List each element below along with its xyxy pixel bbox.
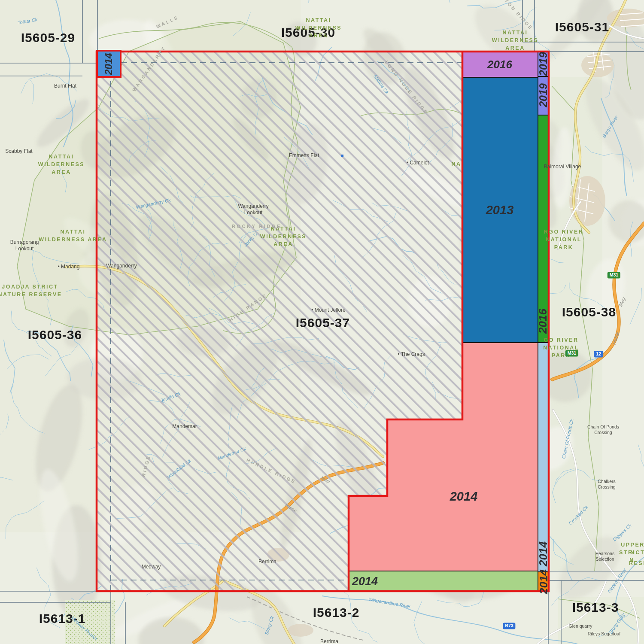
region-2014-small-blue-box[interactable] [97, 51, 121, 77]
region-2014-green-band[interactable] [349, 571, 538, 591]
region-2019-strip-a[interactable] [538, 52, 548, 76]
route-shield-m31-upper: M31 [608, 272, 620, 278]
region-2014-lightblue-strip[interactable] [538, 343, 548, 572]
region-2016-purple[interactable] [462, 52, 538, 77]
region-2016-green-strip[interactable] [538, 115, 548, 343]
route-shield-m31-lower: M31 [565, 350, 578, 356]
route-shield-12: 12 [594, 351, 603, 357]
route-shield-b73: B73 [503, 623, 515, 629]
region-2013-blue[interactable] [462, 77, 538, 343]
region-2019-strip-b[interactable] [538, 76, 548, 115]
poi-marker [341, 155, 343, 157]
region-2014-orange-box[interactable] [538, 572, 548, 591]
index-overlay [0, 0, 644, 644]
map-canvas[interactable]: I5605-29 I5605-30 I5605-31 I5605-36 I560… [0, 0, 644, 644]
